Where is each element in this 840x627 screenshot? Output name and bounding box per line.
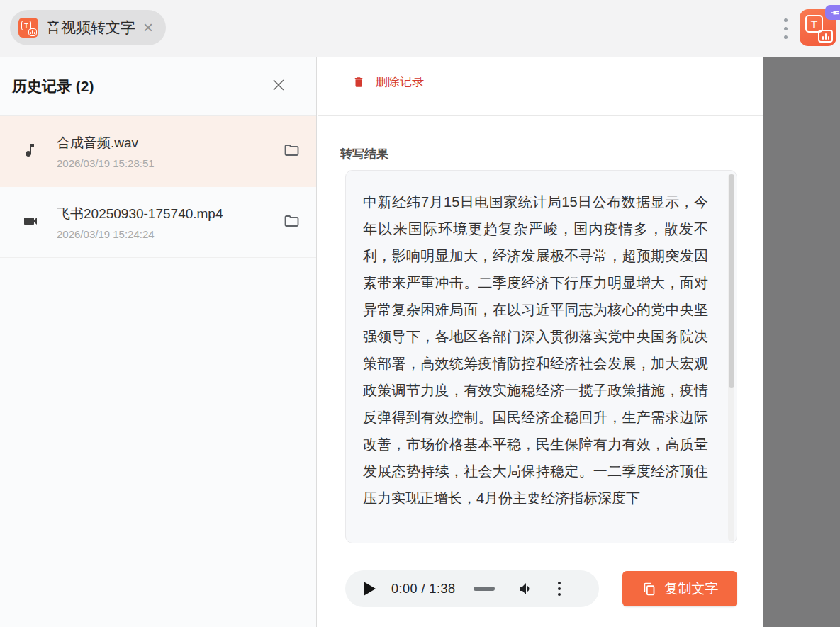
file-date: 2026/03/19 15:28:51 bbox=[57, 157, 282, 169]
tab-close-icon[interactable]: × bbox=[143, 19, 153, 36]
scrollbar-track[interactable] bbox=[728, 174, 734, 541]
sound-wave-icon bbox=[28, 28, 37, 36]
sound-wave-icon bbox=[818, 30, 833, 43]
app-logo-icon: T bbox=[18, 18, 38, 38]
transcript-textarea[interactable]: 中新经纬7月15日电国家统计局15日公布数据显示，今年以来国际环境更趋复杂严峻，… bbox=[345, 170, 737, 543]
history-sidebar: 历史记录 (2) 合成音频.wav 2026/03/19 15:28:51 飞书… bbox=[0, 57, 317, 627]
play-icon[interactable] bbox=[364, 582, 376, 596]
audio-player[interactable]: 0:00 / 1:38 bbox=[345, 570, 599, 607]
tab-label: 音视频转文字 bbox=[46, 18, 135, 38]
top-bar: T 音视频转文字 × T bbox=[0, 0, 840, 57]
tab-audio-video-to-text[interactable]: T 音视频转文字 × bbox=[10, 10, 166, 45]
delete-record-label: 删除记录 bbox=[376, 74, 424, 90]
file-name: 飞书20250930-175740.mp4 bbox=[57, 205, 282, 223]
history-item-audio[interactable]: 合成音频.wav 2026/03/19 15:28:51 bbox=[0, 116, 316, 187]
history-item-meta: 合成音频.wav 2026/03/19 15:28:51 bbox=[57, 134, 282, 169]
history-item-video[interactable]: 飞书20250930-175740.mp4 2026/03/19 15:24:2… bbox=[0, 187, 316, 258]
open-folder-icon[interactable] bbox=[282, 213, 301, 232]
copy-text-label: 复制文字 bbox=[665, 580, 719, 598]
divider bbox=[318, 115, 763, 116]
extension-app-icon[interactable]: T bbox=[800, 9, 836, 46]
plug-badge-icon bbox=[825, 5, 840, 20]
volume-icon[interactable] bbox=[517, 580, 534, 597]
file-date: 2026/03/19 15:24:24 bbox=[57, 228, 282, 240]
music-note-icon bbox=[21, 141, 43, 162]
result-title: 转写结果 bbox=[340, 146, 388, 162]
player-time: 0:00 / 1:38 bbox=[391, 582, 456, 597]
transcript-text: 中新经纬7月15日电国家统计局15日公布数据显示，今年以来国际环境更趋复杂严峻，… bbox=[363, 194, 708, 506]
player-menu-icon[interactable] bbox=[556, 580, 563, 598]
file-name: 合成音频.wav bbox=[57, 134, 282, 152]
delete-record-button[interactable]: 删除记录 bbox=[352, 74, 424, 90]
seek-bar[interactable] bbox=[474, 587, 495, 591]
scrollbar-thumb[interactable] bbox=[729, 174, 734, 388]
video-camera-icon bbox=[21, 213, 43, 232]
copy-icon bbox=[642, 582, 656, 597]
sidebar-close-icon[interactable] bbox=[271, 77, 286, 96]
history-title: 历史记录 (2) bbox=[12, 77, 94, 96]
transcription-panel: 删除记录 转写结果 中新经纬7月15日电国家统计局15日公布数据显示，今年以来国… bbox=[318, 57, 763, 627]
outside-page-area bbox=[763, 57, 840, 627]
browser-menu-icon[interactable] bbox=[783, 17, 789, 40]
history-item-meta: 飞书20250930-175740.mp4 2026/03/19 15:24:2… bbox=[57, 205, 282, 240]
open-folder-icon[interactable] bbox=[282, 142, 301, 162]
copy-text-button[interactable]: 复制文字 bbox=[622, 571, 737, 606]
trash-icon bbox=[352, 75, 365, 89]
history-header: 历史记录 (2) bbox=[0, 57, 316, 116]
